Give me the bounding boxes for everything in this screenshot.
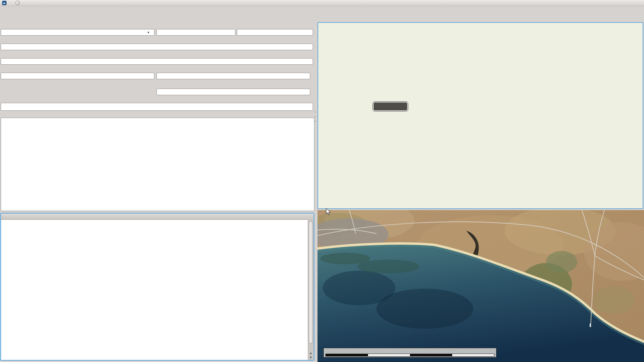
suit-field[interactable]	[156, 89, 310, 95]
profile-information-tooltip[interactable]	[373, 102, 408, 111]
air-temp-field[interactable]	[156, 29, 235, 36]
dive-profile-panel[interactable]	[317, 22, 643, 209]
notes-textarea[interactable]	[1, 118, 314, 211]
scrollbar-thumb[interactable]	[309, 221, 313, 344]
map-scale-bar	[323, 348, 497, 358]
title-bar[interactable]	[0, 0, 644, 6]
start-time-combobox[interactable]	[1, 29, 154, 36]
menu-bar	[0, 6, 644, 13]
coordinates-field[interactable]	[1, 58, 313, 65]
dive-profile-chart[interactable]	[318, 23, 641, 207]
scroll-down-icon[interactable]: ▼	[308, 355, 313, 360]
divemaster-field[interactable]	[1, 73, 154, 79]
pane-splitter[interactable]	[315, 111, 316, 122]
window-badge-icon	[15, 1, 20, 5]
dive-location-map[interactable]	[317, 210, 644, 362]
mouse-cursor-icon	[326, 208, 331, 216]
buddy-field[interactable]	[156, 73, 310, 79]
map-satellite-image	[317, 210, 644, 362]
tags-field[interactable]	[1, 103, 313, 111]
dive-list-scrollbar[interactable]: ▲ ▼	[308, 219, 314, 360]
location-field[interactable]	[1, 44, 313, 50]
scroll-up-icon[interactable]: ▲	[308, 351, 313, 355]
water-temp-field[interactable]	[237, 29, 313, 36]
dive-list-header[interactable]	[1, 214, 314, 220]
map-pier	[590, 324, 591, 327]
dive-list: ▲ ▼	[0, 213, 314, 361]
subsurface-window: { "window": { "title": "Subsurface: pane…	[0, 0, 644, 362]
subsurface-app-icon	[2, 1, 7, 5]
